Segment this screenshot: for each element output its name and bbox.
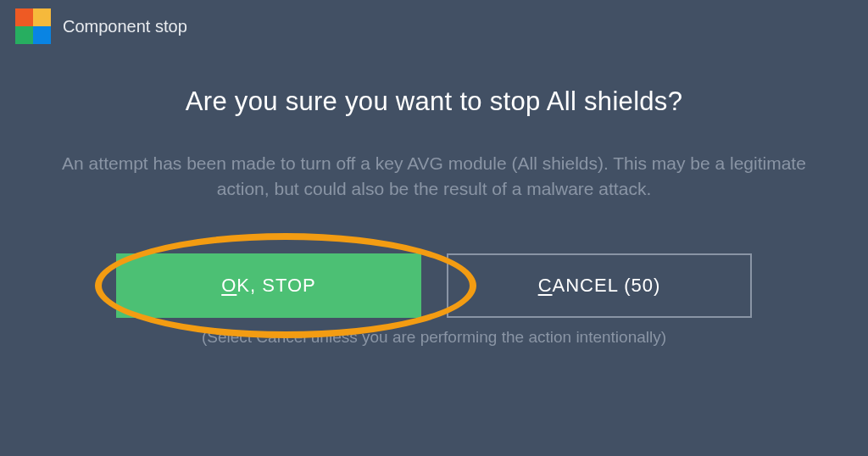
ok-label-rest: K, STOP: [236, 275, 315, 296]
cancel-label-rest: ANCEL (50): [553, 275, 661, 296]
ok-stop-button[interactable]: OK, STOP: [116, 253, 421, 318]
ok-mnemonic: O: [221, 275, 236, 296]
avg-logo-icon: [15, 8, 51, 44]
dialog-content: Are you sure you want to stop All shield…: [0, 53, 868, 347]
title-bar: Component stop: [0, 0, 868, 53]
dialog-heading: Are you sure you want to stop All shield…: [34, 86, 834, 117]
button-row: OK, STOP CANCEL (50): [34, 253, 834, 318]
window-title: Component stop: [63, 17, 187, 36]
cancel-button[interactable]: CANCEL (50): [447, 253, 752, 318]
dialog-body: An attempt has been made to turn off a k…: [40, 151, 828, 203]
cancel-mnemonic: C: [538, 275, 553, 296]
dialog-footnote: (Select Cancel unless you are performing…: [34, 328, 834, 347]
